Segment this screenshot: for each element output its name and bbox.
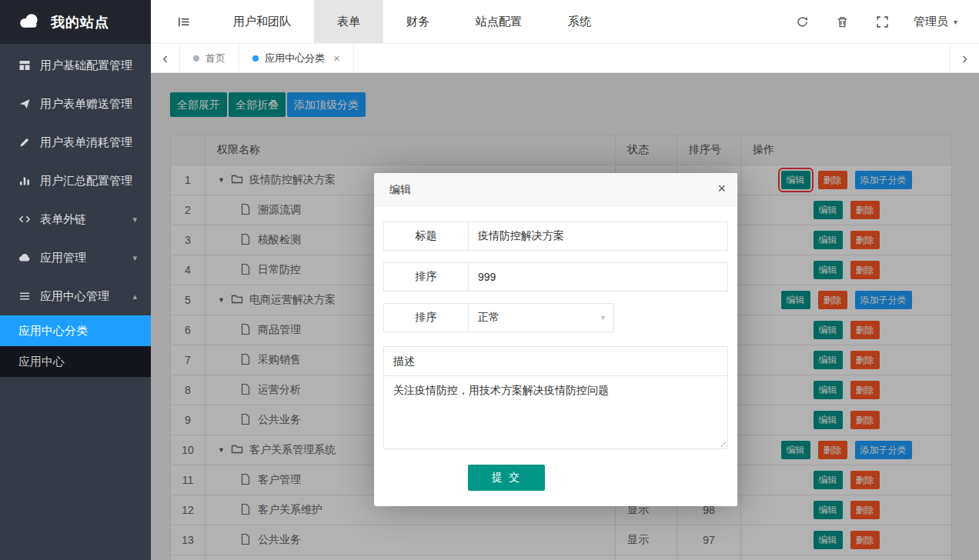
- tabs: 首页应用中心分类×: [180, 44, 354, 72]
- description-label: 描述: [384, 347, 727, 376]
- fullscreen-button[interactable]: [876, 15, 889, 28]
- close-icon[interactable]: ×: [717, 173, 726, 205]
- refresh-icon: [796, 15, 809, 28]
- sidebar-item[interactable]: 表单外链▾: [0, 200, 151, 238]
- tab[interactable]: 首页: [180, 44, 239, 72]
- tab[interactable]: 应用中心分类×: [239, 44, 354, 72]
- dialog-title: 编辑: [389, 183, 411, 195]
- description-field: 描述: [383, 346, 728, 449]
- tab-dot-icon: [252, 55, 259, 62]
- tab-dot-icon: [193, 55, 199, 62]
- sidebar-submenu: 应用中心分类应用中心: [0, 315, 151, 377]
- tab-close-icon[interactable]: ×: [333, 52, 340, 65]
- field-label: 排序: [384, 263, 469, 291]
- admin-menu[interactable]: 管理员 ▾: [914, 15, 957, 29]
- brand[interactable]: 我的站点: [0, 0, 151, 44]
- template-icon: [18, 59, 31, 72]
- chevron-down-icon: ▼: [600, 314, 606, 322]
- fullscreen-icon: [876, 15, 889, 28]
- nav-item[interactable]: 表单: [314, 0, 383, 43]
- top-bar: 我的站点 用户和团队表单财务站点配置系统 管理员 ▾: [0, 0, 979, 44]
- nav-item[interactable]: 系统: [545, 0, 614, 43]
- sidebar-item[interactable]: 用户表单消耗管理: [0, 123, 151, 162]
- shrink-icon: [177, 15, 190, 28]
- form-field: 排序: [383, 262, 728, 292]
- code-icon: [18, 213, 31, 225]
- dialog-body: 标题排序排序正常▼ 描述 提 交: [374, 206, 737, 506]
- menu-toggle-button[interactable]: [177, 15, 190, 28]
- nav-item[interactable]: 用户和团队: [210, 0, 314, 43]
- brand-logo: [15, 11, 43, 33]
- edit-dialog: 编辑 × 标题排序排序正常▼ 描述 提 交: [374, 173, 737, 506]
- delete-button[interactable]: [836, 15, 849, 28]
- app-window: 我的站点 用户和团队表单财务站点配置系统 管理员 ▾ 用户基础配置管理用户表单赠…: [0, 0, 979, 560]
- top-actions: [796, 15, 889, 28]
- description-textarea[interactable]: [384, 376, 727, 448]
- pen-icon: [18, 136, 31, 148]
- nav-item[interactable]: 站点配置: [453, 0, 545, 43]
- sidebar-subitem[interactable]: 应用中心分类: [0, 315, 151, 346]
- trash-icon: [836, 15, 849, 28]
- tab-scroll-right-button[interactable]: ›: [950, 44, 979, 72]
- status-select[interactable]: 正常▼: [469, 304, 613, 332]
- sidebar-item[interactable]: 应用管理▾: [0, 238, 151, 277]
- tab-bar: ‹ 首页应用中心分类× ›: [151, 44, 979, 73]
- send-icon: [18, 98, 31, 110]
- dialog-header: 编辑 ×: [374, 173, 737, 206]
- chevron-up-icon: ▴: [132, 292, 137, 302]
- chart-icon: [18, 175, 31, 187]
- cloud-icon: [18, 252, 31, 264]
- chevron-down-icon: ▾: [132, 253, 137, 263]
- tab-scroll-left-button[interactable]: ‹: [151, 44, 180, 72]
- field-label: 排序: [384, 304, 469, 332]
- field-label: 标题: [384, 222, 469, 250]
- brand-cloud-icon: [15, 11, 43, 31]
- sidebar-item[interactable]: 应用中心管理▴: [0, 277, 151, 315]
- layout: 用户基础配置管理用户表单赠送管理用户表单消耗管理用户汇总配置管理表单外链▾应用管…: [0, 44, 979, 560]
- submit-button[interactable]: 提 交: [468, 465, 545, 491]
- top-nav: 用户和团队表单财务站点配置系统: [210, 0, 614, 43]
- content-area: 全部展开全部折叠添加顶级分类 权限名称 状态 排序号 操作 1▼疫情防控解决方案…: [151, 73, 979, 560]
- sidebar-item[interactable]: 用户基础配置管理: [0, 46, 151, 85]
- brand-title: 我的站点: [51, 13, 109, 32]
- form-field: 标题: [383, 222, 728, 251]
- admin-label: 管理员: [914, 15, 948, 29]
- main-area: ‹ 首页应用中心分类× › 全部展开全部折叠添加顶级分类 权限名称 状态 排序号…: [151, 44, 979, 560]
- sidebar: 用户基础配置管理用户表单赠送管理用户表单消耗管理用户汇总配置管理表单外链▾应用管…: [0, 44, 151, 560]
- chevron-down-icon: ▾: [132, 215, 137, 225]
- refresh-button[interactable]: [796, 15, 809, 28]
- menu-list-icon: [18, 290, 31, 302]
- top-nav-bar: 用户和团队表单财务站点配置系统 管理员 ▾: [151, 0, 979, 44]
- sidebar-item[interactable]: 用户汇总配置管理: [0, 162, 151, 200]
- nav-item[interactable]: 财务: [383, 0, 453, 43]
- sort-input[interactable]: [469, 263, 727, 291]
- sidebar-item[interactable]: 用户表单赠送管理: [0, 85, 151, 123]
- title-input[interactable]: [469, 222, 727, 250]
- sidebar-subitem[interactable]: 应用中心: [0, 346, 151, 377]
- chevron-down-icon: ▾: [954, 18, 957, 26]
- form-field: 排序正常▼: [383, 303, 614, 332]
